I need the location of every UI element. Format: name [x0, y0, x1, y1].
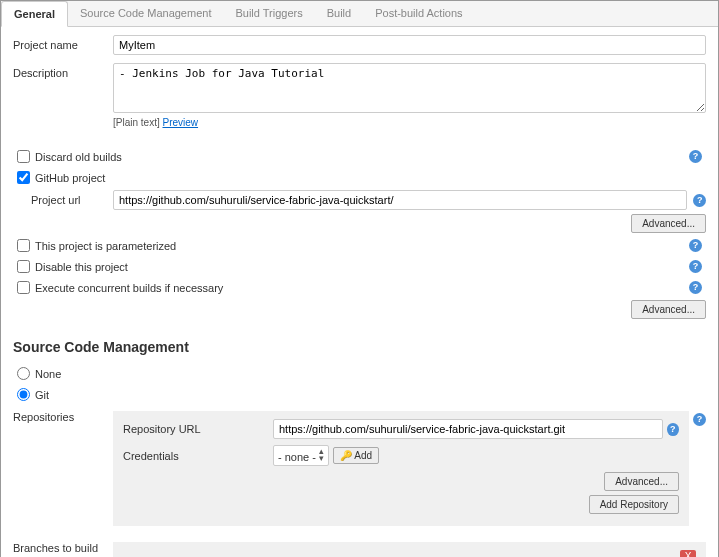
help-icon[interactable]: ? — [689, 239, 702, 252]
tabs-bar: General Source Code Management Build Tri… — [1, 1, 718, 27]
github-project-checkbox[interactable] — [17, 171, 30, 184]
disable-project-label: Disable this project — [35, 261, 689, 273]
tab-general[interactable]: General — [1, 1, 68, 27]
help-icon[interactable]: ? — [667, 423, 679, 436]
advanced-button[interactable]: Advanced... — [631, 214, 706, 233]
parameterized-checkbox[interactable] — [17, 239, 30, 252]
scm-none-radio[interactable] — [17, 367, 30, 380]
add-credentials-button[interactable]: 🔑 Add — [333, 447, 379, 464]
project-url-label: Project url — [31, 190, 113, 206]
discard-old-builds-checkbox[interactable] — [17, 150, 30, 163]
add-repository-button[interactable]: Add Repository — [589, 495, 679, 514]
tab-build[interactable]: Build — [315, 1, 363, 26]
tab-build-triggers[interactable]: Build Triggers — [223, 1, 314, 26]
help-icon[interactable]: ? — [693, 194, 706, 207]
scm-git-radio[interactable] — [17, 388, 30, 401]
description-label: Description — [13, 63, 113, 79]
scm-heading: Source Code Management — [13, 339, 706, 355]
discard-old-builds-label: Discard old builds — [35, 151, 689, 163]
tab-post-build[interactable]: Post-build Actions — [363, 1, 474, 26]
credentials-label: Credentials — [123, 450, 273, 462]
scm-git-label: Git — [35, 389, 702, 401]
preview-link[interactable]: Preview — [162, 117, 198, 128]
concurrent-builds-checkbox[interactable] — [17, 281, 30, 294]
disable-project-checkbox[interactable] — [17, 260, 30, 273]
key-icon: 🔑 — [340, 450, 352, 461]
concurrent-builds-label: Execute concurrent builds if necessary — [35, 282, 689, 294]
github-project-label: GitHub project — [35, 172, 702, 184]
advanced-button[interactable]: Advanced... — [631, 300, 706, 319]
description-textarea[interactable]: - Jenkins Job for Java Tutorial — [113, 63, 706, 113]
help-icon[interactable]: ? — [689, 150, 702, 163]
tab-scm[interactable]: Source Code Management — [68, 1, 223, 26]
scm-none-label: None — [35, 368, 702, 380]
repo-advanced-button[interactable]: Advanced... — [604, 472, 679, 491]
repositories-label: Repositories — [13, 407, 113, 423]
delete-branch-button[interactable]: X — [680, 550, 696, 557]
help-icon[interactable]: ? — [689, 281, 702, 294]
project-name-label: Project name — [13, 35, 113, 51]
repo-url-input[interactable] — [273, 419, 663, 439]
repo-url-label: Repository URL — [123, 423, 273, 435]
credentials-select[interactable]: - none - ▴▾ — [273, 445, 329, 466]
parameterized-label: This project is parameterized — [35, 240, 689, 252]
project-url-input[interactable] — [113, 190, 687, 210]
help-icon[interactable]: ? — [693, 413, 706, 426]
project-name-input[interactable] — [113, 35, 706, 55]
help-icon[interactable]: ? — [689, 260, 702, 273]
plain-text-label: [Plain text] — [113, 117, 160, 128]
branches-label: Branches to build — [13, 538, 113, 554]
